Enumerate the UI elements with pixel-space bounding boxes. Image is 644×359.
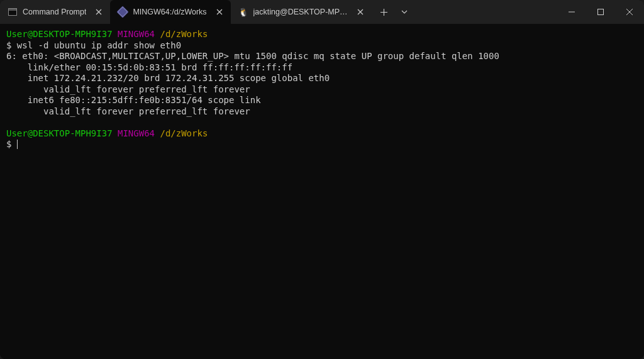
close-tab-icon[interactable]: [94, 7, 104, 17]
svg-rect-2: [598, 9, 604, 15]
prompt-line: User@DESKTOP-MPH9I37 MINGW64 /d/zWorks: [6, 29, 638, 40]
titlebar: Command Prompt MINGW64:/d/zWorks: [0, 0, 644, 24]
tab-dropdown-button[interactable]: [394, 2, 414, 22]
prompt-path: /d/zWorks: [160, 29, 208, 39]
output-line: link/ether 00:15:5d:0b:83:51 brd ff:ff:f…: [6, 62, 638, 74]
tab-command-prompt[interactable]: Command Prompt: [0, 0, 110, 24]
new-tab-button[interactable]: [374, 2, 394, 22]
prompt-dollar: $: [6, 139, 17, 149]
output-line: inet6 fe80::215:5dff:fe0b:8351/64 scope …: [6, 95, 638, 106]
blank-line: [6, 117, 638, 128]
prompt-user: User@DESKTOP-MPH9I37: [6, 128, 113, 138]
output-line: inet 172.24.21.232/20 brd 172.24.31.255 …: [6, 73, 638, 84]
tab-title: MINGW64:/d/zWorks: [133, 8, 206, 16]
maximize-button[interactable]: [586, 0, 615, 24]
tux-icon: 🐧: [238, 7, 248, 17]
prompt-user: User@DESKTOP-MPH9I37: [6, 29, 113, 39]
command-line: $ wsl -d ubuntu ip addr show eth0: [6, 40, 638, 52]
terminal-window: Command Prompt MINGW64:/d/zWorks: [0, 0, 644, 359]
terminal-output[interactable]: User@DESKTOP-MPH9I37 MINGW64 /d/zWorks$ …: [0, 24, 644, 359]
output-line: 6: eth0: <BROADCAST,MULTICAST,UP,LOWER_U…: [6, 51, 638, 62]
tab-title: Command Prompt: [23, 8, 86, 16]
tab-title: jackting@DESKTOP-MPH9: [253, 8, 348, 16]
window-controls: [557, 0, 644, 24]
cmd-icon: [8, 7, 18, 17]
prompt-line: User@DESKTOP-MPH9I37 MINGW64 /d/zWorks: [6, 128, 638, 140]
prompt-system: MINGW64: [118, 128, 155, 138]
tab-actions: [372, 0, 417, 24]
prompt-path: /d/zWorks: [160, 128, 208, 138]
current-input-line: $: [6, 139, 638, 150]
close-tab-icon[interactable]: [355, 7, 365, 17]
cursor: [17, 140, 18, 149]
minimize-button[interactable]: [557, 0, 586, 24]
git-bash-icon: [118, 7, 128, 17]
output-line: valid_lft forever preferred_lft forever: [6, 106, 638, 118]
close-tab-icon[interactable]: [214, 7, 225, 17]
tab-wsl-ubuntu[interactable]: 🐧 jackting@DESKTOP-MPH9: [231, 0, 372, 24]
prompt-system: MINGW64: [118, 29, 155, 39]
tab-bar: Command Prompt MINGW64:/d/zWorks: [0, 0, 557, 24]
output-line: valid_lft forever preferred_lft forever: [6, 84, 638, 96]
close-window-button[interactable]: [615, 0, 644, 24]
tab-mingw64[interactable]: MINGW64:/d/zWorks: [110, 0, 230, 24]
